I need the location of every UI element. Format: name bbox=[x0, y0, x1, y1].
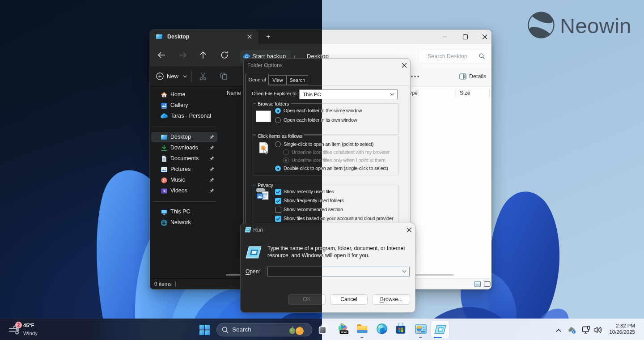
tab-view[interactable]: View bbox=[269, 75, 287, 85]
radio-own-window[interactable] bbox=[275, 117, 281, 123]
radio-underline-consistent[interactable] bbox=[283, 149, 289, 155]
tab-general[interactable]: General bbox=[246, 74, 269, 85]
downloads-icon bbox=[161, 144, 168, 152]
maximize-button[interactable] bbox=[458, 30, 472, 44]
this-pc-icon bbox=[161, 208, 168, 216]
sidebar-item-label: Downloads bbox=[170, 143, 198, 153]
sidebar-item-onedrive[interactable]: Taras - Personal bbox=[151, 111, 217, 121]
column-separator[interactable] bbox=[489, 89, 490, 98]
close-window-button[interactable] bbox=[478, 30, 491, 44]
tray-date: 10/26/2025 bbox=[595, 329, 635, 335]
column-separator[interactable] bbox=[456, 89, 456, 98]
cut-button[interactable] bbox=[198, 71, 208, 82]
sidebar-item-downloads[interactable]: Downloads bbox=[151, 143, 217, 153]
desktop-icon bbox=[161, 134, 168, 141]
folder-options-taskbar-button[interactable] bbox=[415, 323, 427, 335]
display-device-tray-icon[interactable] bbox=[582, 326, 591, 335]
pin-icon bbox=[209, 188, 215, 193]
sidebar-item-documents[interactable]: Documents bbox=[151, 153, 217, 164]
checkbox-recent-files[interactable] bbox=[275, 189, 281, 195]
tray-chevron-up-icon[interactable] bbox=[556, 328, 561, 332]
combobox-value: This PC bbox=[303, 90, 321, 99]
run-taskbar-icon bbox=[434, 323, 446, 336]
arrow-up-icon bbox=[196, 48, 210, 62]
list-view-toggle[interactable] bbox=[474, 280, 482, 288]
radio-same-window[interactable] bbox=[275, 108, 281, 114]
tray-time: 2:32 PM bbox=[595, 323, 635, 329]
running-indicator bbox=[360, 337, 364, 338]
dialog-title: Run bbox=[253, 223, 263, 237]
neowin-logo-text: Neowin bbox=[560, 13, 631, 38]
taskbar-search-box[interactable]: Search bbox=[216, 323, 312, 336]
dialog-title: Folder Options bbox=[247, 59, 283, 72]
tab-search[interactable]: Search bbox=[287, 75, 308, 85]
sidebar-item-home[interactable]: Home bbox=[151, 89, 217, 100]
sidebar-item-this-pc[interactable]: This PC bbox=[151, 207, 217, 217]
search-label: Search bbox=[232, 323, 251, 336]
minimize-icon bbox=[438, 30, 452, 44]
sidebar-item-pictures[interactable]: Pictures bbox=[151, 164, 217, 174]
checkbox-cloud-files[interactable] bbox=[275, 216, 281, 222]
up-button[interactable] bbox=[196, 48, 210, 62]
checkbox-frequent-folders[interactable] bbox=[275, 198, 281, 204]
gallery-icon bbox=[161, 102, 168, 109]
taskbar-clock[interactable]: 2:32 PM 10/26/2025 bbox=[595, 323, 635, 335]
run-dialog-icon bbox=[246, 246, 262, 259]
sidebar-item-music[interactable]: Music bbox=[151, 175, 217, 185]
commandbar-divider bbox=[191, 70, 192, 83]
radio-single-click[interactable] bbox=[275, 141, 281, 147]
back-button[interactable] bbox=[154, 48, 169, 62]
videos-icon bbox=[161, 187, 168, 195]
start-button[interactable] bbox=[199, 325, 210, 335]
dialog-close-button[interactable] bbox=[403, 225, 415, 235]
sidebar-item-network[interactable]: Network bbox=[151, 217, 217, 228]
column-header-name[interactable]: Name bbox=[227, 88, 241, 98]
more-dots-icon bbox=[408, 70, 422, 83]
sidebar-separator bbox=[153, 127, 216, 127]
sidebar-item-desktop[interactable]: Desktop bbox=[151, 132, 217, 142]
minimize-button[interactable] bbox=[438, 30, 452, 44]
new-button-label: New bbox=[167, 70, 178, 83]
microsoft-store-button[interactable] bbox=[395, 323, 407, 335]
dialog-close-button[interactable] bbox=[398, 60, 410, 70]
weather-widget[interactable]: 2 45°F Windy bbox=[5, 321, 64, 338]
edge-button[interactable] bbox=[376, 323, 388, 335]
weather-alert-badge: 2 bbox=[15, 322, 22, 328]
cancel-button[interactable]: Cancel bbox=[330, 294, 368, 305]
pin-icon bbox=[209, 166, 215, 172]
run-taskbar-tile[interactable] bbox=[431, 321, 449, 339]
browse-accesskey: B bbox=[380, 296, 384, 302]
m365-copilot-button[interactable]: M365 bbox=[337, 323, 349, 335]
copy-button[interactable] bbox=[219, 71, 229, 82]
onedrive-tray-icon[interactable] bbox=[568, 327, 576, 334]
column-header-size[interactable]: Size bbox=[460, 88, 470, 98]
privacy-icon bbox=[256, 188, 270, 201]
chevron-down-icon bbox=[390, 93, 394, 96]
checkmark-icon bbox=[275, 216, 281, 222]
browse-button[interactable]: Browse... bbox=[373, 294, 410, 305]
pin-icon bbox=[209, 156, 215, 161]
home-icon bbox=[161, 91, 168, 98]
network-icon bbox=[161, 219, 168, 226]
checkbox-recommended-section[interactable] bbox=[275, 207, 281, 213]
sidebar-item-label: Home bbox=[170, 89, 185, 100]
forward-button[interactable] bbox=[176, 48, 190, 62]
sidebar-item-label: Network bbox=[170, 217, 191, 228]
onedrive-icon bbox=[161, 113, 168, 120]
sidebar-item-videos[interactable]: Videos bbox=[151, 186, 217, 196]
see-more-button[interactable] bbox=[408, 70, 422, 83]
neowin-logo-mark bbox=[527, 11, 555, 39]
file-explorer-button[interactable] bbox=[356, 323, 368, 335]
radio-underline-point[interactable] bbox=[283, 157, 289, 163]
ok-button[interactable]: OK bbox=[288, 294, 326, 305]
browse-folders-icon bbox=[256, 110, 271, 122]
copy-icon bbox=[219, 71, 229, 82]
sidebar-item-label: This PC bbox=[170, 207, 190, 217]
running-indicator bbox=[419, 337, 422, 338]
refresh-button[interactable] bbox=[217, 48, 232, 62]
radio-double-click[interactable] bbox=[275, 166, 281, 171]
explorer-search-box[interactable]: Search Desktop bbox=[418, 50, 490, 63]
thumbnail-view-toggle[interactable] bbox=[483, 280, 491, 288]
sidebar-item-gallery[interactable]: Gallery bbox=[151, 100, 217, 110]
open-label-accesskey: O bbox=[246, 268, 250, 275]
